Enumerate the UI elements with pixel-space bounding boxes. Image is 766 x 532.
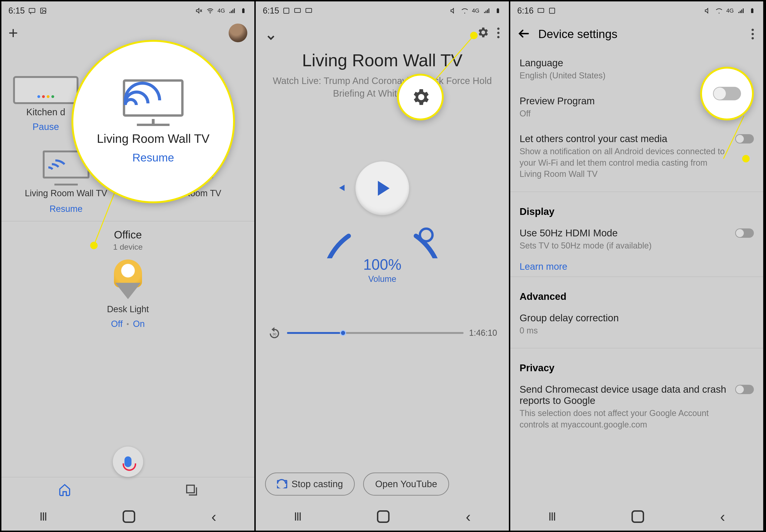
wifi-icon	[206, 7, 214, 14]
feed-tab-icon[interactable]	[184, 483, 198, 497]
nav-home-button[interactable]	[632, 510, 644, 523]
overflow-menu-icon[interactable]	[495, 28, 502, 38]
svg-text:30: 30	[273, 332, 277, 336]
light-off-button[interactable]: Off	[111, 319, 123, 329]
nav-back-button[interactable]: ‹	[212, 508, 216, 525]
setting-title: Let others control your cast media	[520, 133, 728, 144]
open-youtube-button[interactable]: Open YouTube	[363, 473, 449, 496]
cast-notif-icon	[28, 7, 36, 14]
nav-back-button[interactable]: ‹	[720, 508, 725, 525]
stop-casting-button[interactable]: Stop casting	[265, 473, 355, 496]
network-4g-label: 4G	[218, 7, 225, 14]
nav-recent-button[interactable]: III	[548, 510, 555, 523]
previous-track-button[interactable]	[336, 182, 346, 194]
stop-casting-label: Stop casting	[292, 479, 343, 489]
kitchen-pause-button[interactable]: Pause	[13, 122, 78, 132]
setting-group-delay[interactable]: Group delay correction 0 ms	[520, 305, 754, 343]
callout-device-tile: Living Room Wall TV Resume	[71, 40, 235, 203]
collapse-chevron-icon[interactable]	[265, 32, 277, 44]
svg-rect-9	[295, 8, 301, 13]
mic-icon	[124, 456, 131, 467]
assistant-mic-button[interactable]	[113, 447, 143, 477]
svg-point-18	[719, 13, 720, 14]
signal-icon	[228, 7, 236, 14]
setting-sub: Show a notification on all Android devic…	[520, 146, 728, 180]
light-on-button[interactable]: On	[133, 319, 145, 329]
setting-let-others-control[interactable]: Let others control your cast media Show …	[520, 126, 754, 187]
nav-recent-button[interactable]: III	[294, 510, 301, 523]
nav-home-button[interactable]	[123, 510, 135, 523]
callout-settings-gear	[397, 74, 444, 120]
status-time: 6:15	[263, 6, 279, 16]
image-notif-icon	[39, 7, 47, 14]
play-icon	[378, 181, 390, 196]
image-notif-icon	[282, 7, 290, 14]
nav-recent-button[interactable]: III	[39, 510, 46, 523]
back-arrow-button[interactable]	[517, 27, 530, 41]
settings-title: Device settings	[538, 27, 618, 41]
volume-percent: 100%	[256, 256, 509, 273]
screen-device-settings: 6:16 4G Device settings Language English…	[510, 1, 765, 531]
nav-back-button[interactable]: ‹	[466, 508, 470, 525]
open-youtube-label: Open YouTube	[375, 479, 437, 489]
learn-more-link[interactable]: Learn more	[520, 261, 754, 272]
wifi-icon	[715, 7, 723, 14]
kitchen-tile[interactable]: Kitchen d Pause	[13, 76, 78, 132]
callout-device-action[interactable]: Resume	[132, 151, 174, 164]
svg-rect-16	[538, 8, 544, 13]
setting-sub: This selection does not affect your Goog…	[520, 408, 728, 430]
toggle-switch[interactable]	[735, 385, 754, 394]
setting-usage-data[interactable]: Send Chromecast device usage data and cr…	[520, 377, 754, 437]
volume-label: Volume	[256, 274, 509, 284]
svg-rect-4	[242, 9, 245, 13]
svg-point-3	[210, 13, 211, 14]
nav-home-button[interactable]	[377, 510, 390, 523]
replay-30-button[interactable]: 30	[268, 326, 282, 340]
duration-label: 1:46:10	[469, 328, 497, 338]
setting-value: 0 ms	[520, 325, 754, 336]
wifi-icon	[461, 7, 469, 14]
home-tab-icon[interactable]	[58, 483, 71, 497]
divider	[510, 348, 763, 348]
play-button[interactable]	[355, 161, 409, 215]
mute-icon	[195, 7, 203, 14]
svg-rect-10	[306, 8, 312, 13]
settings-appbar: Device settings	[510, 20, 763, 48]
toggle-switch[interactable]	[713, 87, 741, 100]
image-notif-icon	[548, 7, 556, 14]
volume-knob[interactable]	[419, 227, 434, 242]
device-tile-desk-light[interactable]: Desk Light Off On	[11, 259, 245, 329]
cast-notif-icon	[537, 7, 545, 14]
account-avatar[interactable]	[229, 24, 247, 42]
setting-title: Language	[520, 57, 754, 69]
svg-rect-6	[187, 485, 195, 493]
volume-dial[interactable]	[312, 118, 452, 258]
svg-point-11	[464, 13, 465, 14]
setting-title: Use 50Hz HDMI Mode	[520, 227, 728, 239]
section-privacy-header: Privacy	[520, 353, 754, 377]
overflow-menu-icon[interactable]	[749, 29, 756, 39]
callout-lead-line	[723, 116, 746, 160]
svg-line-21	[724, 116, 744, 159]
seek-slider[interactable]	[287, 332, 463, 334]
battery-icon	[748, 7, 756, 14]
kitchen-label: Kitchen d	[13, 107, 78, 117]
svg-rect-8	[284, 8, 289, 14]
setting-title: Send Chromecast device usage data and cr…	[520, 384, 728, 406]
status-time: 6:15	[8, 6, 25, 16]
screen-home: 6:15 4G + Kitchen d Pause Living room	[1, 1, 256, 531]
signal-icon	[737, 7, 745, 14]
section-advanced-header: Advanced	[520, 282, 754, 305]
setting-50hz-hdmi[interactable]: Use 50Hz HDMI Mode Sets TV to 50Hz mode …	[520, 221, 754, 259]
setting-title: Group delay correction	[520, 312, 754, 324]
add-button[interactable]: +	[8, 29, 18, 37]
callout-toggle	[700, 67, 754, 120]
svg-rect-0	[29, 8, 35, 13]
svg-rect-1	[41, 8, 46, 14]
cast-icon	[277, 480, 287, 488]
svg-point-2	[42, 9, 43, 10]
svg-rect-17	[549, 8, 554, 14]
settings-gear-icon[interactable]	[476, 26, 489, 40]
toggle-switch[interactable]	[735, 228, 754, 238]
status-bar: 6:15 4G	[1, 1, 254, 20]
